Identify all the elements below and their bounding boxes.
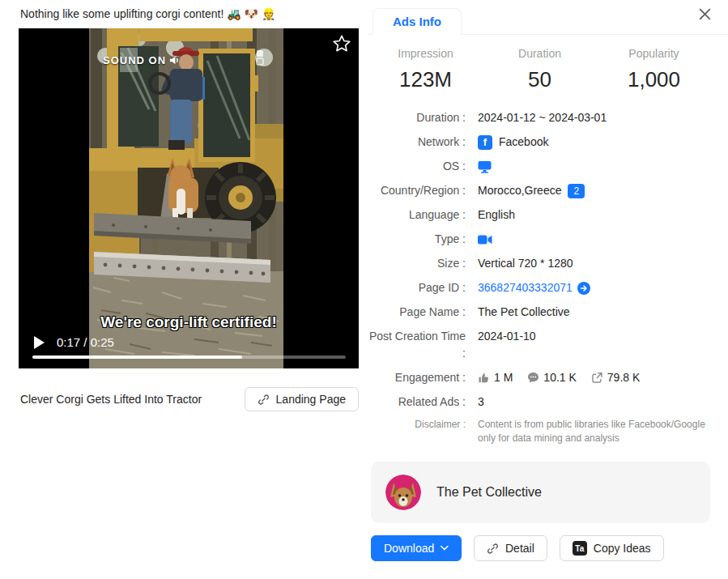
field-row-disclaimer: Disclaimer : Content is from public libr…	[368, 418, 728, 445]
field-row-page-id: Page ID : 366827403332071	[368, 279, 728, 296]
field-row-post-creation-time: Post Creation Time : 2024-01-10	[368, 328, 728, 362]
landing-page-button[interactable]: Landing Page	[245, 387, 359, 411]
link-icon	[258, 394, 270, 406]
advertiser-card[interactable]: The Pet Collective	[371, 462, 710, 523]
facebook-icon: f	[478, 135, 492, 150]
action-buttons: Download Detail Ta Copy Ideas	[371, 535, 728, 561]
video-controls: 0:17 / 0:25	[33, 335, 349, 349]
field-row-type: Type :	[368, 231, 728, 248]
play-button[interactable]	[33, 336, 45, 349]
country-count-badge[interactable]: 2	[568, 184, 585, 198]
field-row-language: Language : English	[368, 206, 728, 224]
video-progress-fill	[32, 355, 242, 359]
video-caption: We're corgi-lift certified!	[19, 313, 359, 331]
copy-ideas-button[interactable]: Ta Copy Ideas	[560, 535, 664, 561]
likes-stat: 1 M	[478, 369, 513, 386]
video-camera-icon	[478, 234, 492, 245]
network-value: Facebook	[499, 134, 548, 151]
field-row-size: Size : Vertical 720 * 1280	[368, 255, 728, 272]
arrow-right-circle-icon[interactable]	[577, 282, 590, 295]
chevron-down-icon	[441, 545, 449, 551]
ad-title: Clever Corgi Gets Lifted Into Tractor	[20, 393, 245, 406]
watermark-icon	[255, 49, 265, 69]
speaker-icon	[169, 55, 180, 66]
ads-detail-modal: Nothing like some uplifting corgi conten…	[0, 0, 728, 579]
video-time: 0:17 / 0:25	[57, 335, 114, 349]
comments-stat: 10.1 K	[527, 369, 576, 386]
landing-page-label: Landing Page	[276, 393, 346, 406]
ad-preview-column: Nothing like some uplifting corgi conten…	[0, 0, 368, 411]
advertiser-avatar	[385, 475, 421, 510]
link-icon	[487, 543, 499, 555]
detail-button[interactable]: Detail	[474, 535, 547, 561]
download-button[interactable]: Download	[371, 535, 462, 561]
stat-impression: Impression 123M	[368, 47, 483, 92]
ta-logo-icon: Ta	[573, 541, 587, 556]
favorite-star-icon[interactable]	[331, 33, 352, 57]
tab-bar: Ads Info	[368, 0, 728, 35]
sound-on-watermark: SOUND ON	[103, 54, 180, 66]
stat-duration: Duration 50	[483, 47, 597, 92]
field-row-os: OS :	[368, 158, 728, 175]
field-row-country: Country/Region : Morocco,Greece 2	[368, 182, 728, 199]
page-id-link[interactable]: 366827403332071	[478, 279, 590, 296]
field-row-page-name: Page Name : The Pet Collective	[368, 304, 728, 321]
close-icon[interactable]	[695, 4, 715, 27]
thumbs-up-icon	[478, 372, 490, 384]
field-row-network: Network : f Facebook	[368, 134, 728, 151]
field-row-duration: Duration : 2024-01-12 ~ 2024-03-01	[368, 109, 728, 126]
shares-stat: 79.8 K	[591, 369, 640, 386]
ads-info-panel: Ads Info Impression 123M Duration 50 Pop…	[368, 0, 728, 579]
comment-icon	[527, 372, 539, 384]
video-progress-bar[interactable]	[32, 355, 346, 359]
post-text: Nothing like some uplifting corgi conten…	[20, 7, 368, 20]
stats-row: Impression 123M Duration 50 Popularity 1…	[368, 47, 712, 92]
field-row-engagement: Engagement : 1 M 10.1 K 79.8 K	[368, 369, 728, 386]
field-row-related-ads: Related Ads : 3	[368, 394, 728, 411]
stat-popularity: Popularity 1,000	[597, 47, 711, 92]
share-icon	[591, 372, 603, 384]
field-list: Duration : 2024-01-12 ~ 2024-03-01 Netwo…	[368, 109, 728, 445]
video-player[interactable]: SOUND ON We're corgi-lift certified! 0:1…	[19, 28, 359, 368]
desktop-icon	[478, 160, 492, 173]
country-value: Morocco,Greece	[478, 182, 561, 199]
advertiser-name: The Pet Collective	[436, 485, 542, 500]
ad-title-row: Clever Corgi Gets Lifted Into Tractor La…	[20, 387, 359, 411]
tab-ads-info[interactable]: Ads Info	[373, 8, 462, 35]
